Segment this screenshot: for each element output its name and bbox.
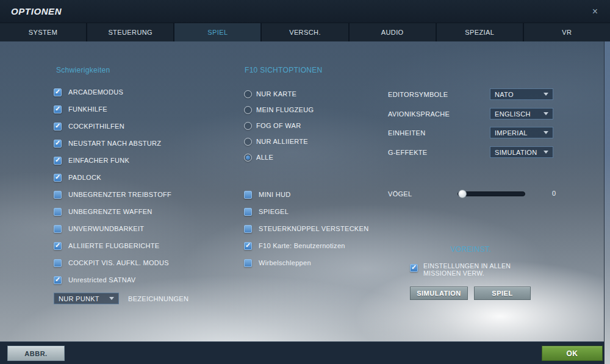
difficulty-einfacher-funk[interactable]: EINFACHER FUNK bbox=[54, 156, 129, 165]
checkbox[interactable] bbox=[244, 225, 252, 233]
tab-label: VR bbox=[562, 29, 572, 36]
radio-button[interactable] bbox=[244, 154, 252, 162]
checkbox-label: COCKPITHILFEN bbox=[68, 123, 124, 130]
apply-all-missions-checkbox[interactable] bbox=[410, 264, 418, 272]
chevron-down-icon bbox=[544, 151, 548, 154]
tab-label: AUDIO bbox=[381, 29, 404, 36]
difficulty-cockpit-vis-aufkl-modus[interactable]: COCKPIT VIS. AUFKL. MODUS bbox=[54, 259, 169, 267]
birds-slider[interactable] bbox=[458, 191, 525, 196]
tab-label: VERSCH. bbox=[289, 29, 321, 36]
difficulty-cockpithilfen[interactable]: COCKPITHILFEN bbox=[54, 122, 124, 130]
checkbox-label: UNBEGRENZTE WAFFEN bbox=[68, 208, 152, 215]
tab-system[interactable]: SYSTEM bbox=[0, 23, 86, 41]
chevron-down-icon bbox=[544, 131, 548, 134]
chevron-down-icon bbox=[109, 297, 114, 300]
checkbox[interactable] bbox=[54, 174, 62, 182]
window-title: OPTIONEN bbox=[11, 6, 62, 16]
difficulty-unrestricted-satnav[interactable]: Unrestricted SATNAV bbox=[54, 276, 135, 284]
checkbox[interactable] bbox=[54, 276, 62, 284]
tab-label: STEUERUNG bbox=[108, 29, 152, 36]
checkbox[interactable] bbox=[54, 140, 62, 148]
difficulty-padlock[interactable]: PADLOCK bbox=[54, 173, 101, 182]
tab-spiel[interactable]: SPIEL bbox=[174, 23, 260, 41]
game-mini-hud[interactable]: MINI HUD bbox=[244, 190, 291, 199]
setting-dropdown[interactable]: ENGLISCH bbox=[490, 108, 553, 120]
checkbox-label: FUNKHILFE bbox=[68, 105, 107, 113]
difficulty-unbegrenzte-waffen[interactable]: UNBEGRENZTE WAFFEN bbox=[54, 207, 152, 216]
checkbox[interactable] bbox=[244, 259, 252, 267]
preset-simulation-button[interactable]: SIMULATION bbox=[410, 287, 468, 300]
checkbox[interactable] bbox=[244, 208, 252, 216]
radio-button[interactable] bbox=[244, 122, 252, 130]
labels-dropdown-value: NUR PUNKT bbox=[59, 295, 106, 302]
checkbox[interactable] bbox=[244, 242, 252, 250]
setting-label: G-EFFEKTE bbox=[388, 149, 427, 156]
checkbox[interactable] bbox=[244, 191, 252, 199]
checkbox[interactable] bbox=[54, 225, 62, 233]
checkbox-label: Wirbelschleppen bbox=[259, 259, 311, 266]
setting-dropdown[interactable]: SIMULATION bbox=[490, 146, 553, 158]
checkbox-label: UNVERWUNDBARKEIT bbox=[68, 225, 144, 232]
cancel-button[interactable]: ABBR. bbox=[7, 346, 65, 361]
ok-button[interactable]: OK bbox=[542, 346, 603, 361]
chevron-down-icon bbox=[544, 112, 548, 115]
setting-label: AVIONIKSPRACHE bbox=[388, 110, 450, 118]
checkbox[interactable] bbox=[54, 105, 62, 113]
game-steuerkn-ppel-verstecken[interactable]: STEUERKNÜPPEL VERSTECKEN bbox=[244, 224, 368, 233]
difficulty-alliierte-flugberichte[interactable]: ALLIIERTE FLUGBERICHTE bbox=[54, 241, 159, 250]
checkbox[interactable] bbox=[54, 259, 62, 267]
f10-nur-karte[interactable]: NUR KARTE bbox=[244, 90, 296, 98]
setting-label: EDITORSYMBOLE bbox=[388, 91, 448, 98]
labels-dropdown[interactable]: NUR PUNKT bbox=[54, 293, 119, 304]
radio-button[interactable] bbox=[244, 138, 252, 146]
apply-all-missions-row[interactable]: EINSTELLUNGEN IN ALLEN MISSIONEN VERW. bbox=[410, 263, 511, 277]
birds-slider-value: 0 bbox=[545, 190, 556, 197]
radio-label: ALLE bbox=[256, 154, 273, 161]
checkbox-label: MINI HUD bbox=[259, 191, 291, 198]
preset-game-button[interactable]: SPIEL bbox=[474, 287, 531, 300]
chevron-down-icon bbox=[544, 93, 548, 96]
tab-audio[interactable]: AUDIO bbox=[350, 23, 436, 41]
checkbox[interactable] bbox=[54, 157, 62, 165]
tab-vr[interactable]: VR bbox=[524, 23, 610, 41]
difficulty-neustart-nach-absturz[interactable]: NEUSTART NACH ABSTURZ bbox=[54, 139, 161, 148]
checkbox[interactable] bbox=[54, 242, 62, 250]
setting-dropdown[interactable]: IMPERIAL bbox=[490, 127, 553, 138]
checkbox[interactable] bbox=[54, 191, 62, 199]
checkbox-label: ALLIIERTE FLUGBERICHTE bbox=[68, 242, 159, 249]
radio-button[interactable] bbox=[244, 106, 252, 114]
checkbox-label: SPIEGEL bbox=[259, 208, 289, 215]
game-f10-karte-benutzernotizen[interactable]: F10 Karte: Benutzernotizen bbox=[244, 241, 345, 250]
checkbox[interactable] bbox=[54, 123, 62, 130]
checkbox-label: STEUERKNÜPPEL VERSTECKEN bbox=[259, 225, 368, 232]
difficulty-unbegrenzter-treibstoff[interactable]: UNBEGRENZTER TREIBSTOFF bbox=[54, 190, 171, 199]
titlebar: OPTIONEN × bbox=[0, 0, 610, 23]
game-spiegel[interactable]: SPIEGEL bbox=[244, 207, 289, 216]
f10-nur-alliierte[interactable]: NUR ALLIIERTE bbox=[244, 137, 308, 146]
f10-fog-of-war[interactable]: FOG OF WAR bbox=[244, 121, 301, 130]
radio-button[interactable] bbox=[244, 90, 252, 98]
tab-label: SPIEL bbox=[207, 29, 228, 36]
difficulty-arcademodus[interactable]: ARCADEMODUS bbox=[54, 88, 123, 96]
checkbox[interactable] bbox=[54, 88, 62, 96]
scrollbar[interactable] bbox=[604, 41, 610, 364]
checkbox[interactable] bbox=[54, 208, 62, 216]
tab-versch[interactable]: VERSCH. bbox=[262, 23, 348, 41]
checkbox-label: PADLOCK bbox=[68, 174, 101, 181]
tab-steuerung[interactable]: STEUERUNG bbox=[87, 23, 173, 41]
difficulty-funkhilfe[interactable]: FUNKHILFE bbox=[54, 105, 107, 113]
labels-dropdown-caption: BEZEICHNUNGEN bbox=[128, 295, 188, 302]
difficulty-unverwundbarkeit[interactable]: UNVERWUNDBARKEIT bbox=[54, 224, 144, 233]
checkbox-label: EINFACHER FUNK bbox=[68, 157, 129, 164]
close-icon[interactable]: × bbox=[589, 7, 601, 16]
checkbox-label: NEUSTART NACH ABSTURZ bbox=[68, 140, 161, 147]
game-wirbelschleppen[interactable]: Wirbelschleppen bbox=[244, 259, 311, 267]
difficulty-header: Schwierigkeiten bbox=[56, 66, 110, 74]
radio-label: FOG OF WAR bbox=[256, 122, 301, 129]
f10-alle[interactable]: ALLE bbox=[244, 153, 273, 162]
tab-spezial[interactable]: SPEZIAL bbox=[437, 23, 523, 41]
f10-mein-flugzeug[interactable]: MEIN FLUGZEUG bbox=[244, 105, 314, 114]
setting-dropdown[interactable]: NATO bbox=[490, 88, 553, 100]
setting-dropdown-value: NATO bbox=[495, 91, 540, 98]
birds-slider-handle[interactable] bbox=[458, 190, 467, 198]
